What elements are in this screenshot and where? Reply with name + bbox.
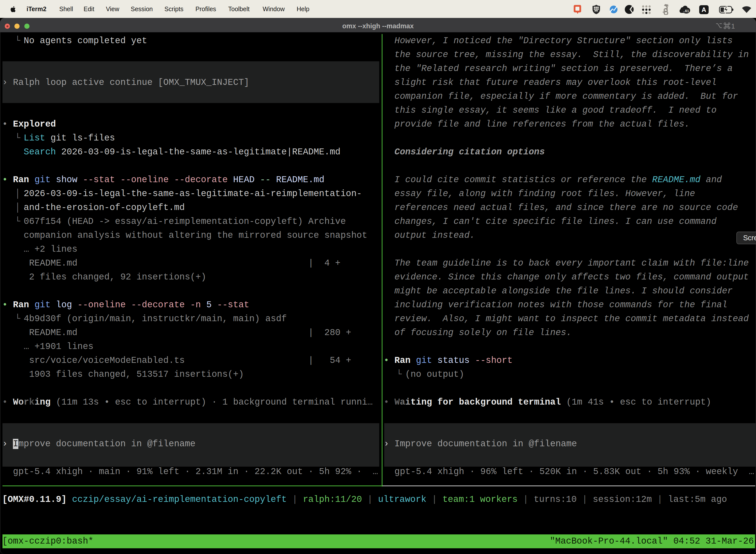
svg-text:..61: ..61	[683, 9, 689, 13]
svg-text:A: A	[702, 6, 706, 13]
